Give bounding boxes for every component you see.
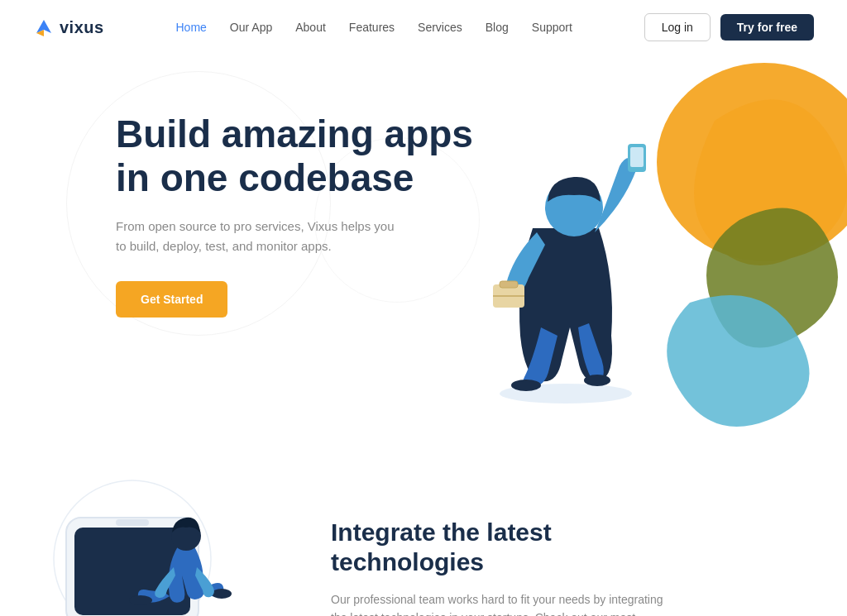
nav-item-features[interactable]: Features: [349, 20, 395, 35]
nav-item-blog[interactable]: Blog: [486, 20, 509, 35]
section2: Integrate the latest technologies Our pr…: [0, 451, 847, 616]
svg-rect-8: [500, 281, 518, 288]
nav-item-about[interactable]: About: [295, 20, 326, 35]
hero-section: Build amazing apps in one codebase From …: [0, 55, 847, 451]
section2-subtitle: Our professional team works hard to fit …: [331, 590, 678, 616]
nav-item-ourapp[interactable]: Our App: [230, 20, 272, 35]
svg-point-16: [212, 589, 232, 599]
get-started-button[interactable]: Get Started: [116, 281, 227, 318]
svg-point-15: [129, 595, 152, 605]
section2-illustration: [33, 468, 298, 616]
nav-item-home[interactable]: Home: [176, 20, 207, 35]
hero-subtitle: From open source to pro services, Vixus …: [116, 217, 397, 256]
svg-point-3: [584, 375, 610, 386]
svg-rect-13: [116, 519, 149, 526]
section2-title: Integrate the latest technologies: [331, 518, 678, 577]
login-button[interactable]: Log in: [644, 13, 711, 41]
hero-illustration: [450, 79, 682, 410]
brand-name: vixus: [60, 18, 104, 37]
nav-item-support[interactable]: Support: [532, 20, 572, 35]
hero-title: Build amazing apps in one codebase: [116, 112, 480, 200]
svg-rect-6: [630, 147, 644, 167]
logo: vixus: [33, 18, 104, 37]
nav-item-services[interactable]: Services: [418, 20, 462, 35]
nav-actions: Log in Try for free: [644, 13, 814, 41]
navbar: vixus Home Our App About Features Servic…: [0, 0, 847, 55]
try-free-button[interactable]: Try for free: [720, 14, 814, 41]
hero-content: Build amazing apps in one codebase From …: [116, 88, 480, 318]
svg-point-2: [511, 380, 541, 391]
logo-icon: [33, 18, 55, 36]
section2-content: Integrate the latest technologies Our pr…: [331, 468, 678, 616]
nav-links: Home Our App About Features Services Blo…: [176, 20, 572, 35]
